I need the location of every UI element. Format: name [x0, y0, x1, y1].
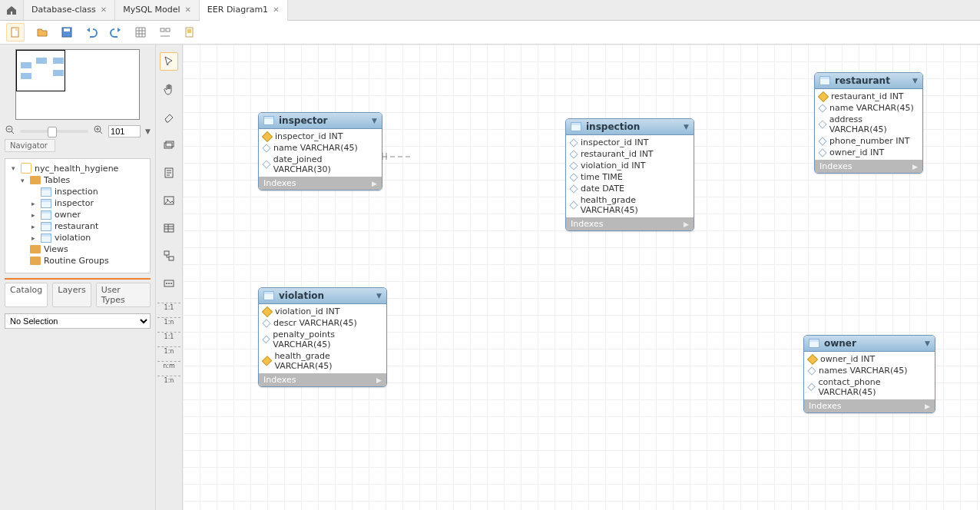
- view-tool[interactable]: [161, 247, 177, 264]
- column-row[interactable]: names VARCHAR(45): [804, 365, 935, 376]
- column-row[interactable]: owner_id INT: [804, 353, 935, 365]
- expand-icon[interactable]: ▸: [31, 223, 38, 230]
- zoom-in-button[interactable]: [93, 124, 104, 137]
- column-row[interactable]: violation_id INT: [259, 306, 386, 317]
- column-row[interactable]: name VARCHAR(45): [259, 142, 382, 154]
- column-row[interactable]: address VARCHAR(45): [815, 114, 922, 135]
- entity-header[interactable]: owner▼: [804, 336, 935, 352]
- rel-1-n-existing[interactable]: 1:n: [157, 376, 180, 384]
- column-row[interactable]: inspector_id INT: [259, 131, 382, 142]
- entity-inspection[interactable]: inspection▼ inspector_id INT restaurant_…: [565, 118, 694, 231]
- subtab-layers[interactable]: Layers: [52, 283, 91, 307]
- entity-header[interactable]: inspection▼: [566, 119, 694, 135]
- dropdown-icon[interactable]: ▼: [145, 128, 151, 135]
- entity-inspector[interactable]: inspector▼ inspector_id INT name VARCHAR…: [258, 112, 382, 190]
- close-icon[interactable]: ✕: [101, 0, 107, 20]
- hand-tool[interactable]: [161, 81, 177, 98]
- collapse-icon[interactable]: ▾: [12, 164, 18, 172]
- entity-violation[interactable]: violation▼ violation_id INT descr VARCHA…: [258, 287, 387, 387]
- routine-group-tool[interactable]: [161, 275, 177, 292]
- collapse-icon[interactable]: ▼: [912, 77, 918, 84]
- column-row[interactable]: restaurant_id INT: [566, 148, 694, 160]
- column-row[interactable]: contact_phone VARCHAR(45): [804, 376, 935, 398]
- indexes-section[interactable]: Indexes▶: [259, 373, 386, 386]
- entity-header[interactable]: inspector▼: [259, 113, 382, 129]
- column-row[interactable]: name VARCHAR(45): [815, 102, 922, 114]
- tab-mysql-model[interactable]: MySQL Model✕: [115, 0, 200, 20]
- entity-header[interactable]: restaurant▼: [815, 73, 922, 89]
- zoom-input[interactable]: [108, 125, 141, 137]
- save-button[interactable]: [60, 25, 74, 39]
- grid-button[interactable]: [134, 25, 147, 39]
- views-folder[interactable]: Views: [5, 243, 150, 255]
- table-tool[interactable]: [161, 220, 177, 237]
- collapse-icon[interactable]: ▾: [21, 177, 27, 184]
- entity-restaurant[interactable]: restaurant▼ restaurant_id INT name VARCH…: [814, 72, 923, 174]
- zoom-slider[interactable]: [20, 130, 88, 133]
- expand-icon[interactable]: ▶: [925, 402, 930, 410]
- close-icon[interactable]: ✕: [273, 0, 279, 20]
- new-file-button[interactable]: [6, 23, 25, 41]
- open-button[interactable]: [35, 25, 49, 39]
- tab-database-class[interactable]: Database-class✕: [24, 0, 115, 20]
- column-row[interactable]: date_joined VARCHAR(30): [259, 154, 382, 175]
- expand-icon[interactable]: ▸: [31, 200, 38, 207]
- column-row[interactable]: health_grade VARCHAR(45): [566, 194, 694, 216]
- eraser-tool[interactable]: [161, 109, 177, 126]
- table-node-violation[interactable]: ▸violation: [5, 232, 150, 243]
- indexes-section[interactable]: Indexes▶: [259, 177, 382, 190]
- align-button[interactable]: [158, 25, 172, 39]
- expand-icon[interactable]: ▸: [31, 211, 38, 219]
- expand-icon[interactable]: ▸: [31, 234, 38, 242]
- column-row[interactable]: descr VARCHAR(45): [259, 317, 386, 329]
- column-row[interactable]: time TIME: [566, 171, 694, 183]
- zoom-out-button[interactable]: [5, 124, 15, 137]
- layer-tool[interactable]: [161, 137, 177, 154]
- rel-1-1-id[interactable]: 1:1: [157, 332, 180, 340]
- subtab-user-types[interactable]: User Types: [96, 283, 151, 307]
- note-tool[interactable]: [161, 164, 177, 181]
- minimap-viewport[interactable]: [16, 50, 65, 91]
- redo-button[interactable]: [109, 25, 123, 39]
- collapse-icon[interactable]: ▼: [925, 339, 930, 347]
- column-row[interactable]: violation_id INT: [566, 160, 694, 171]
- rel-1-1-nonid[interactable]: 1:1: [157, 303, 180, 311]
- table-node-inspector[interactable]: ▸inspector: [5, 197, 150, 209]
- column-row[interactable]: inspector_id INT: [566, 137, 694, 148]
- rel-n-m[interactable]: n:m: [157, 361, 180, 369]
- entity-owner[interactable]: owner▼ owner_id INT names VARCHAR(45) co…: [803, 335, 935, 413]
- zoom-knob[interactable]: [48, 127, 57, 137]
- table-node-restaurant[interactable]: ▸restaurant: [5, 220, 150, 232]
- column-row[interactable]: phone_number INT: [815, 135, 922, 147]
- selection-dropdown[interactable]: No Selection: [5, 313, 151, 329]
- collapse-icon[interactable]: ▼: [372, 117, 377, 124]
- expand-icon[interactable]: ▶: [684, 220, 689, 228]
- column-row[interactable]: penalty_points VARCHAR(45): [259, 329, 386, 350]
- indexes-section[interactable]: Indexes▶: [815, 160, 922, 173]
- expand-icon[interactable]: ▶: [372, 180, 377, 187]
- home-tab-button[interactable]: [0, 0, 24, 20]
- undo-button[interactable]: [84, 25, 98, 39]
- indexes-section[interactable]: Indexes▶: [804, 399, 935, 412]
- collapse-icon[interactable]: ▼: [376, 292, 382, 300]
- column-row[interactable]: health_grade VARCHAR(45): [259, 350, 386, 372]
- column-row[interactable]: date DATE: [566, 183, 694, 194]
- rel-1-n-nonid[interactable]: 1:n: [157, 317, 180, 326]
- pointer-tool[interactable]: [160, 52, 178, 71]
- close-icon[interactable]: ✕: [184, 0, 190, 20]
- expand-icon[interactable]: ▶: [912, 163, 918, 171]
- tables-folder[interactable]: ▾Tables: [5, 174, 150, 186]
- indexes-section[interactable]: Indexes▶: [566, 217, 694, 230]
- expand-icon[interactable]: ▶: [376, 376, 382, 384]
- table-node-inspection[interactable]: inspection: [5, 186, 150, 197]
- routines-folder[interactable]: Routine Groups: [5, 255, 150, 267]
- collapse-icon[interactable]: ▼: [684, 123, 689, 131]
- schema-node[interactable]: ▾nyc_health_hygiene: [5, 162, 150, 174]
- entity-header[interactable]: violation▼: [259, 288, 386, 304]
- table-node-owner[interactable]: ▸owner: [5, 209, 150, 220]
- rel-1-n-id[interactable]: 1:n: [157, 346, 180, 355]
- export-button[interactable]: [183, 25, 197, 39]
- tab-eer-diagram[interactable]: EER Diagram1✕: [200, 0, 288, 21]
- column-row[interactable]: restaurant_id INT: [815, 91, 922, 102]
- image-tool[interactable]: [161, 192, 177, 209]
